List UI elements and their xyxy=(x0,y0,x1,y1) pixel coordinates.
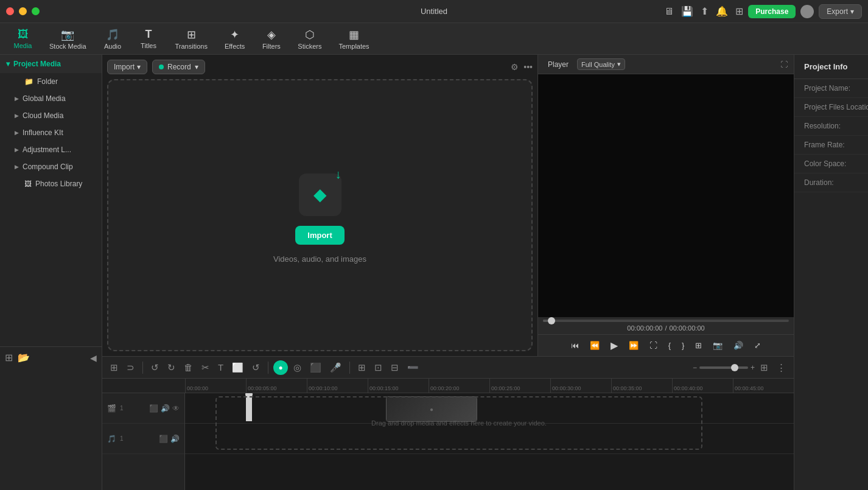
timeline-undo-button[interactable]: ↺ xyxy=(148,360,162,375)
frame-back-button[interactable]: ⏪ xyxy=(587,340,602,351)
new-folder-icon[interactable]: ⊞ xyxy=(5,352,13,363)
purchase-button[interactable]: Purchase xyxy=(748,5,796,18)
transform-button[interactable]: ⤢ xyxy=(752,340,763,351)
timeline-split-button[interactable]: ⊃ xyxy=(124,360,138,375)
timeline-redo-button[interactable]: ↻ xyxy=(164,360,178,375)
middle-content: Import ▾ Record ▾ ⚙ ••• xyxy=(102,55,794,490)
timeline-speed-button[interactable]: ⊡ xyxy=(371,360,385,375)
folder-label: Folder xyxy=(37,77,58,86)
sidebar-item-adjustment[interactable]: ▶ Adjustment L... xyxy=(0,141,102,158)
toolbar-stickers[interactable]: ⬡ Stickers xyxy=(290,26,329,52)
filter-icon[interactable]: ⚙ xyxy=(511,62,519,72)
chevron-down-icon-import: ▾ xyxy=(137,63,141,71)
timeline-delete-button[interactable]: 🗑 xyxy=(181,360,196,374)
add-media-icon[interactable]: 📂 xyxy=(18,352,30,363)
export-button[interactable]: Export ▾ xyxy=(819,4,862,19)
grid-icon[interactable]: ⊞ xyxy=(735,5,743,17)
toolbar-templates[interactable]: ▦ Templates xyxy=(331,26,376,52)
progress-thumb[interactable] xyxy=(548,317,555,324)
titlebar-right: 🖥 💾 ⬆ 🔔 ⊞ Purchase Export ▾ xyxy=(664,4,862,19)
sidebar-item-global-media[interactable]: ▶ Global Media xyxy=(0,90,102,107)
more-options-icon[interactable]: ••• xyxy=(523,62,533,72)
app-logo-icon: ◆ xyxy=(313,184,327,205)
timeline-zoom-out-button[interactable]: ➖ xyxy=(404,360,422,375)
info-row-name: Project Name: Untitled xyxy=(794,79,868,98)
audio-track-export-icon[interactable]: ⬛ xyxy=(159,435,168,443)
stock-media-icon: 📷 xyxy=(61,28,74,41)
toolbar-stock-media[interactable]: 📷 Stock Media xyxy=(42,26,94,52)
minimize-button[interactable] xyxy=(19,7,27,15)
audio-button[interactable]: 🔊 xyxy=(731,340,746,351)
sidebar-item-cloud-media[interactable]: ▶ Cloud Media xyxy=(0,107,102,124)
snapshot-button[interactable]: 📷 xyxy=(710,340,725,351)
info-label-location: Project Files Location: xyxy=(804,103,868,111)
drop-zone: ◆ ↓ Import Videos, audio, and images xyxy=(107,79,533,351)
toolbar-transitions[interactable]: ⊞ Transitions xyxy=(168,26,215,52)
timeline-voiceover-button[interactable]: 🎤 xyxy=(327,360,345,375)
left-panel-bottom: ⊞ 📂 ◀ xyxy=(0,347,102,368)
timeline-section: ⊞ ⊃ ↺ ↻ 🗑 ✂ T ⬜ ↺ ● ◎ ⬛ 🎤 ⊞ xyxy=(102,356,794,490)
avatar[interactable] xyxy=(800,5,814,18)
clip-insert-button[interactable]: ⊞ xyxy=(693,340,704,351)
import-center-button[interactable]: Import xyxy=(295,226,344,245)
track-lock-icon[interactable]: 👁 xyxy=(172,404,180,413)
monitor-icon[interactable]: 🖥 xyxy=(664,6,674,17)
zoom-plus-icon[interactable]: + xyxy=(751,363,755,372)
playhead-line[interactable] xyxy=(246,394,252,421)
toolbar-filters[interactable]: ◈ Filters xyxy=(254,26,288,52)
traffic-lights xyxy=(6,7,40,15)
timeline-pip-button[interactable]: ⊟ xyxy=(388,360,402,375)
zoom-slider[interactable] xyxy=(699,366,748,369)
track-mute-icon[interactable]: 🔊 xyxy=(161,404,170,413)
timeline-rotate-button[interactable]: ↺ xyxy=(249,360,263,375)
upload-icon[interactable]: ⬆ xyxy=(701,5,709,17)
track-export-icon[interactable]: ⬛ xyxy=(149,404,158,413)
progress-bar[interactable] xyxy=(543,320,789,322)
zoom-minus-icon[interactable]: − xyxy=(693,363,697,372)
skip-back-button[interactable]: ⏮ xyxy=(569,340,581,351)
crop-button[interactable]: ⛶ xyxy=(647,340,660,351)
bell-icon[interactable]: 🔔 xyxy=(716,5,728,17)
fullscreen-icon[interactable]: ⛶ xyxy=(780,60,788,69)
out-point-button[interactable]: } xyxy=(679,340,687,351)
record-button[interactable]: Record ▾ xyxy=(152,60,205,74)
audio-track-mute-icon[interactable]: 🔊 xyxy=(170,435,180,443)
frame-forward-button[interactable]: ⏩ xyxy=(626,340,641,351)
collapse-sidebar-icon[interactable]: ◀ xyxy=(90,353,97,363)
sidebar-item-influence-kit[interactable]: ▶ Influence KIt xyxy=(0,124,102,141)
maximize-button[interactable] xyxy=(32,7,40,15)
play-button[interactable]: ▶ xyxy=(608,338,620,352)
import-button[interactable]: Import ▾ xyxy=(107,60,147,74)
timeline-crop-button[interactable]: ⬜ xyxy=(229,360,247,375)
player-tab[interactable]: Player xyxy=(544,59,572,70)
sidebar-item-photos-library[interactable]: 🖼 Photos Library xyxy=(0,175,102,192)
video-clip[interactable]: ● xyxy=(386,396,477,422)
in-point-button[interactable]: { xyxy=(666,340,673,351)
timeline-more-button[interactable]: ⋮ xyxy=(774,360,789,375)
media-import-panel: Import ▾ Record ▾ ⚙ ••• xyxy=(102,55,538,356)
timeline-cut-button[interactable]: ✂ xyxy=(198,360,212,375)
toolbar-media[interactable]: 🖼 Media xyxy=(6,26,40,52)
toolbar-titles[interactable]: T Titles xyxy=(132,26,166,52)
sidebar-item-folder[interactable]: 📁 Folder xyxy=(0,73,102,90)
save-icon[interactable]: 💾 xyxy=(681,5,693,17)
timeline-clip-button[interactable]: ⬛ xyxy=(307,360,324,375)
toolbar-templates-label: Templates xyxy=(338,43,369,50)
timeline-text-button[interactable]: T xyxy=(215,360,226,374)
close-button[interactable] xyxy=(6,7,14,15)
timeline-snap-button[interactable]: ⊞ xyxy=(107,360,121,375)
project-media-label: Project Media xyxy=(13,60,61,68)
project-media-header[interactable]: ▾ Project Media xyxy=(0,55,102,73)
timeline-layout-button[interactable]: ⊞ xyxy=(757,360,771,375)
timeline-detach-button[interactable]: ⊞ xyxy=(355,360,369,375)
cloud-media-label: Cloud Media xyxy=(23,111,63,120)
toolbar-effects[interactable]: ✦ Effects xyxy=(217,26,252,52)
toolbar-audio[interactable]: 🎵 Audio xyxy=(96,26,130,52)
quality-select[interactable]: Full Quality ▾ xyxy=(577,58,625,70)
timeline-record-button[interactable]: ● xyxy=(273,360,288,375)
video-track-row: ● xyxy=(185,393,794,424)
sidebar-item-compound-clip[interactable]: ▶ Compound Clip xyxy=(0,158,102,175)
timeline-camera-button[interactable]: ◎ xyxy=(290,360,304,375)
zoom-thumb[interactable] xyxy=(731,364,738,371)
audio-track-icon: 🎵 xyxy=(107,435,116,443)
